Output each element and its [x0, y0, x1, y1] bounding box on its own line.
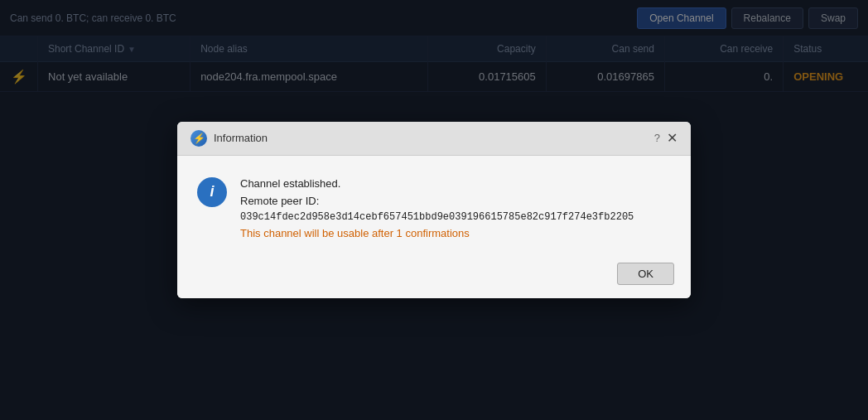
dialog-title-group: ⚡ Information — [190, 130, 268, 147]
message-line2: Remote peer ID: — [240, 193, 671, 210]
dialog-logo-icon: ⚡ — [190, 130, 207, 147]
dialog-body: i Channel established. Remote peer ID: 0… — [177, 156, 691, 257]
ok-button[interactable]: OK — [617, 263, 674, 285]
message-line1: Channel established. — [240, 176, 671, 193]
dialog-header: ⚡ Information ? ✕ — [177, 122, 691, 156]
help-icon[interactable]: ? — [654, 132, 660, 144]
information-dialog: ⚡ Information ? ✕ i Channel established.… — [177, 122, 691, 299]
peer-id: 039c14fdec2d958e3d14cebf657451bbd9e03919… — [240, 210, 671, 225]
dialog-footer: OK — [177, 256, 691, 298]
info-circle-icon: i — [197, 177, 227, 207]
confirmation-notice: This channel will be usable after 1 conf… — [240, 225, 671, 243]
dialog-overlay: ⚡ Information ? ✕ i Channel established.… — [0, 0, 868, 420]
close-icon[interactable]: ✕ — [667, 132, 678, 145]
dialog-title: Information — [214, 132, 268, 144]
dialog-header-right: ? ✕ — [654, 132, 678, 145]
dialog-message: Channel established. Remote peer ID: 039… — [240, 176, 671, 244]
